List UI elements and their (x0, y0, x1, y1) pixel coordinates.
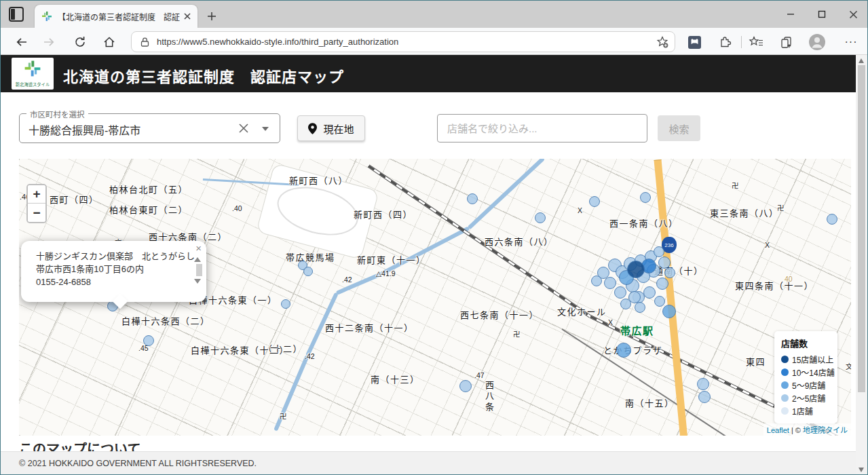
url-text: https://www5.newhokkaido-style.info/thir… (157, 37, 656, 47)
map-label: 東四 (746, 355, 766, 368)
scrollbar-down-icon[interactable] (858, 468, 864, 472)
store-cluster-marker[interactable] (589, 196, 600, 207)
page-footer: © 2021 HOKKAIDO GOVERNMENT ALL RIGHTSRES… (1, 451, 857, 475)
window-maximize-button[interactable] (806, 1, 837, 28)
zoom-in-button[interactable]: + (28, 185, 45, 204)
popup-scroll-up-icon[interactable] (194, 257, 201, 262)
scrollbar-up-icon[interactable] (858, 58, 864, 63)
map-label: 東四条南（十一） (735, 279, 814, 292)
store-cluster-marker[interactable] (303, 267, 313, 276)
legend-item: 15店舗以上 (781, 353, 831, 366)
forward-icon (43, 36, 55, 48)
store-cluster-marker[interactable] (143, 335, 154, 346)
page-scrollbar[interactable] (856, 55, 867, 475)
map-label: 帯広競馬場 (286, 250, 335, 263)
extension-badge-icon (687, 35, 702, 50)
store-cluster-marker[interactable] (664, 267, 675, 278)
legend-label: 2〜5店舗 (792, 392, 825, 404)
extension-badge-button[interactable] (685, 33, 703, 51)
store-cluster-marker[interactable] (467, 193, 478, 204)
tab-close-icon[interactable] (183, 12, 192, 21)
browser-toolbar: https://www5.newhokkaido-style.info/thir… (1, 28, 868, 55)
map-label: とかちプラザ (603, 343, 662, 356)
store-cluster-marker[interactable] (620, 299, 631, 309)
map-label: .40 (232, 204, 242, 212)
map-label: 西六条南（八） (485, 235, 554, 248)
store-cluster-marker[interactable] (654, 246, 664, 257)
toolbar-divider (741, 36, 742, 48)
store-cluster-marker[interactable] (459, 380, 472, 392)
favorites-button[interactable] (747, 33, 765, 51)
collections-button[interactable] (777, 33, 795, 51)
river-segment (468, 159, 545, 229)
store-cluster-marker[interactable] (643, 286, 656, 299)
leaflet-link[interactable]: Leaflet (767, 426, 789, 434)
profile-button[interactable] (808, 33, 826, 51)
store-cluster-marker[interactable] (640, 192, 651, 203)
legend-label: 5〜9店舗 (792, 379, 825, 391)
new-tab-button[interactable] (203, 7, 221, 25)
store-cluster-marker[interactable] (604, 277, 616, 289)
store-cluster-marker[interactable] (616, 343, 631, 358)
map-label: 白樺十六条西（二） (121, 314, 210, 327)
store-cluster-marker[interactable] (662, 305, 676, 318)
store-cluster-marker[interactable] (827, 214, 837, 225)
store-cluster-marker[interactable] (697, 378, 709, 390)
tab-title: 【北海道の第三者認証制度 認証 (58, 11, 183, 22)
window-minimize-button[interactable] (775, 1, 806, 28)
map-label: 卍 (732, 180, 739, 190)
site-logo-text: 新北海道スタイル (14, 81, 52, 88)
extensions-button[interactable] (717, 33, 734, 51)
search-button[interactable]: 検索 (658, 115, 700, 141)
store-cluster-marker[interactable] (698, 391, 711, 403)
legend-item: 2〜5店舗 (781, 392, 831, 404)
forward-button[interactable] (40, 33, 58, 51)
puzzle-icon (719, 35, 732, 49)
popup-store-phone: 0155-24-6858 (36, 276, 186, 288)
popup-scroll-down-icon[interactable] (194, 279, 201, 284)
current-location-button[interactable]: 現在地 (297, 115, 365, 141)
browser-tab[interactable]: 【北海道の第三者認証制度 認証 (35, 5, 197, 28)
window-close-button[interactable] (837, 1, 868, 28)
map-label: .42 (342, 276, 352, 284)
map-label: 西八条 (483, 381, 495, 413)
home-button[interactable] (100, 33, 118, 51)
popup-store-address: 帯広市西1条南10丁目6の内 (36, 263, 186, 276)
store-cluster-marker[interactable] (281, 299, 290, 309)
store-cluster-marker[interactable] (654, 296, 665, 307)
back-button[interactable] (13, 33, 31, 51)
scrollbar-thumb[interactable] (858, 65, 865, 392)
store-cluster-marker[interactable] (635, 302, 645, 313)
store-cluster-marker[interactable] (535, 212, 546, 223)
popup-scrollbar[interactable] (196, 264, 202, 276)
store-cluster-marker[interactable] (591, 276, 602, 286)
map-label: 新町西（八） (289, 174, 348, 187)
workspaces-icon[interactable] (9, 7, 24, 22)
store-search-input[interactable] (437, 114, 647, 142)
map-label: 文 (846, 361, 851, 371)
map-attribution: Leaflet | © 地理院タイル (763, 423, 851, 436)
map-label: △41.9 (376, 269, 396, 278)
profile-avatar-icon (808, 33, 826, 51)
city-select-value: 十勝総合振興局-帯広市 (29, 121, 140, 138)
back-icon (16, 36, 28, 48)
add-favorite-icon[interactable] (656, 35, 669, 49)
address-bar[interactable]: https://www5.newhokkaido-style.info/thir… (131, 31, 675, 52)
zoom-out-button[interactable]: − (28, 204, 45, 222)
refresh-button[interactable] (71, 33, 89, 51)
store-cluster-marker[interactable] (614, 286, 626, 299)
chevron-down-icon[interactable] (262, 127, 269, 131)
map-canvas[interactable]: 236 西町（四）柏林台北町（五）柏林台東町（二）西十六条南（二）新町西（八）新… (19, 159, 851, 436)
map-label: 卍 (280, 411, 287, 421)
clear-selection-icon[interactable] (238, 122, 250, 134)
city-select[interactable]: 市区町村を選択 十勝総合振興局-帯広市 (19, 113, 280, 143)
store-cluster-marker[interactable] (627, 261, 645, 278)
maximize-icon (818, 10, 826, 18)
gsi-tiles-link[interactable]: 地理院タイル (803, 426, 848, 434)
favorites-star-icon (749, 35, 763, 49)
legend-item: 5〜9店舗 (781, 379, 831, 392)
settings-menu-button[interactable]: ··· (842, 33, 860, 51)
store-cluster-marker[interactable] (656, 278, 668, 290)
legend-dot-icon (781, 368, 789, 376)
popup-close-icon[interactable]: × (195, 244, 202, 253)
